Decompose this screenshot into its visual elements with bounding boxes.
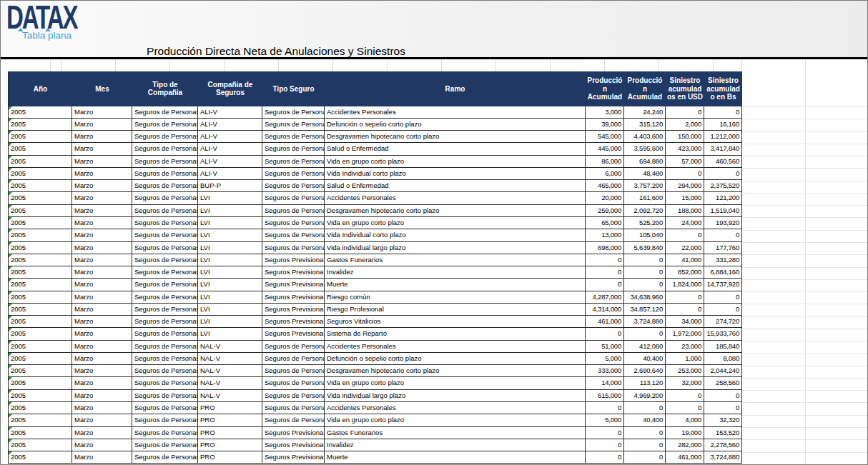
cell-compania_seguros[interactable]: LVI [198, 217, 262, 229]
cell-produccion_acumulada_2[interactable]: 0 [624, 402, 666, 414]
cell-tipo_compania[interactable]: Seguros de Personas [132, 205, 198, 217]
cell-tipo_seguro[interactable]: Seguros de Personas [262, 229, 325, 241]
cell-siniestros_usd[interactable]: 253,000 [666, 365, 704, 377]
cell-produccion_acumulada_1[interactable]: 65,000 [586, 217, 624, 229]
cell-ano[interactable]: 2005 [9, 217, 72, 229]
cell-ano[interactable]: 2005 [9, 242, 72, 254]
cell-produccion_acumulada_1[interactable]: 0 [586, 451, 624, 464]
cell-compania_seguros[interactable]: BUP-P [198, 180, 262, 192]
cell-tipo_seguro[interactable]: Seguros de Personas [262, 353, 325, 365]
cell-compania_seguros[interactable]: ALI-V [198, 143, 262, 155]
cell-ano[interactable]: 2005 [9, 316, 72, 328]
cell-compania_seguros[interactable]: ALI-V [198, 131, 262, 143]
cell-tipo_seguro[interactable]: Seguros de Personas [262, 143, 325, 155]
cell-ano[interactable]: 2005 [9, 106, 72, 119]
cell-compania_seguros[interactable]: PRO [198, 402, 262, 414]
column-header-ano[interactable]: Año [9, 71, 72, 106]
cell-mes[interactable]: Marzo [72, 131, 132, 143]
cell-ramo[interactable]: Vida Individual corto plazo [325, 229, 586, 241]
cell-ramo[interactable]: Invalidez [325, 439, 586, 451]
cell-ano[interactable]: 2005 [9, 168, 72, 180]
cell-siniestros_usd[interactable]: 1,972,000 [666, 328, 704, 340]
cell-ano[interactable]: 2005 [9, 205, 72, 217]
cell-produccion_acumulada_2[interactable]: 24,240 [624, 106, 666, 119]
cell-produccion_acumulada_2[interactable]: 4,969,200 [624, 390, 666, 402]
cell-produccion_acumulada_2[interactable]: 34,857,120 [624, 304, 666, 316]
cell-siniestros_usd[interactable]: 41,000 [666, 254, 704, 266]
cell-produccion_acumulada_2[interactable]: 315,120 [624, 119, 666, 131]
cell-ramo[interactable]: Sistema de Reparto [325, 328, 586, 340]
cell-mes[interactable]: Marzo [72, 439, 132, 451]
cell-ramo[interactable]: Vida individual largo plazo [325, 242, 586, 254]
cell-produccion_acumulada_1[interactable]: 0 [586, 254, 624, 266]
cell-tipo_compania[interactable]: Seguros de Personas [132, 316, 198, 328]
cell-siniestros_bs[interactable]: 121,200 [704, 192, 742, 204]
cell-ano[interactable]: 2005 [9, 192, 72, 204]
cell-produccion_acumulada_2[interactable]: 48,480 [624, 168, 666, 180]
cell-tipo_seguro[interactable]: Seguros Previsionales [262, 328, 325, 340]
cell-produccion_acumulada_2[interactable]: 5,639,840 [624, 242, 666, 254]
cell-produccion_acumulada_1[interactable]: 39,000 [586, 119, 624, 131]
cell-siniestros_bs[interactable]: 0 [704, 168, 742, 180]
cell-ramo[interactable]: Salud o Enfermedad [325, 143, 586, 155]
cell-compania_seguros[interactable]: LVI [198, 279, 262, 291]
cell-ano[interactable]: 2005 [9, 266, 72, 279]
cell-ano[interactable]: 2005 [9, 390, 72, 402]
cell-produccion_acumulada_1[interactable]: 465,000 [586, 180, 624, 192]
cell-tipo_compania[interactable]: Seguros de Personas [132, 254, 198, 266]
cell-compania_seguros[interactable]: LVI [198, 316, 262, 328]
cell-tipo_seguro[interactable]: Seguros de Personas [262, 365, 325, 377]
cell-ano[interactable]: 2005 [9, 353, 72, 365]
cell-compania_seguros[interactable]: LVI [198, 192, 262, 204]
cell-siniestros_usd[interactable]: 423,000 [666, 143, 704, 155]
cell-produccion_acumulada_1[interactable]: 0 [586, 427, 624, 439]
cell-tipo_compania[interactable]: Seguros de Personas [132, 414, 198, 426]
cell-ramo[interactable]: Vida en grupo corto plazo [325, 414, 586, 426]
cell-produccion_acumulada_1[interactable]: 4,314,000 [586, 304, 624, 316]
cell-tipo_seguro[interactable]: Seguros de Personas [262, 402, 325, 414]
cell-mes[interactable]: Marzo [72, 304, 132, 316]
cell-compania_seguros[interactable]: LVI [198, 205, 262, 217]
cell-compania_seguros[interactable]: PRO [198, 439, 262, 451]
cell-ramo[interactable]: Salud o Enfermedad [325, 180, 586, 192]
column-header-siniestros_bs[interactable]: Siniestro acumulad o en Bs [704, 71, 742, 106]
cell-siniestros_usd[interactable]: 19,000 [666, 427, 704, 439]
cell-ano[interactable]: 2005 [9, 119, 72, 131]
cell-ano[interactable]: 2005 [9, 427, 72, 439]
cell-siniestros_bs[interactable]: 153,520 [704, 427, 742, 439]
cell-siniestros_bs[interactable]: 0 [704, 106, 742, 119]
cell-mes[interactable]: Marzo [72, 328, 132, 340]
cell-compania_seguros[interactable]: PRO [198, 414, 262, 426]
cell-tipo_seguro[interactable]: Seguros de Personas [262, 341, 325, 353]
cell-produccion_acumulada_2[interactable]: 412,080 [624, 341, 666, 353]
cell-tipo_compania[interactable]: Seguros de Personas [132, 341, 198, 353]
cell-ano[interactable]: 2005 [9, 328, 72, 340]
cell-ramo[interactable]: Gastos Funerarios [325, 254, 586, 266]
cell-siniestros_usd[interactable]: 0 [666, 229, 704, 241]
cell-tipo_compania[interactable]: Seguros de Personas [132, 304, 198, 316]
cell-tipo_seguro[interactable]: Seguros de Personas [262, 180, 325, 192]
cell-tipo_seguro[interactable]: Seguros de Personas [262, 168, 325, 180]
cell-produccion_acumulada_1[interactable]: 0 [586, 279, 624, 291]
cell-ano[interactable]: 2005 [9, 180, 72, 192]
cell-siniestros_bs[interactable]: 3,724,880 [704, 451, 742, 464]
cell-compania_seguros[interactable]: LVI [198, 254, 262, 266]
cell-mes[interactable]: Marzo [72, 266, 132, 279]
cell-tipo_compania[interactable]: Seguros de Personas [132, 143, 198, 155]
cell-ramo[interactable]: Seguros Vitalicios [325, 316, 586, 328]
cell-tipo_seguro[interactable]: Seguros Previsionales [262, 291, 325, 304]
cell-tipo_seguro[interactable]: Seguros Previsionales [262, 316, 325, 328]
cell-tipo_seguro[interactable]: Seguros de Personas [262, 205, 325, 217]
cell-ramo[interactable]: Invalidez [325, 266, 586, 279]
cell-tipo_compania[interactable]: Seguros de Personas [132, 291, 198, 304]
cell-compania_seguros[interactable]: ALI-V [198, 168, 262, 180]
cell-ramo[interactable]: Riesgo común [325, 291, 586, 304]
cell-ano[interactable]: 2005 [9, 341, 72, 353]
cell-ano[interactable]: 2005 [9, 377, 72, 389]
cell-siniestros_usd[interactable]: 2,000 [666, 119, 704, 131]
cell-produccion_acumulada_2[interactable]: 2,690,640 [624, 365, 666, 377]
cell-produccion_acumulada_1[interactable]: 0 [586, 266, 624, 279]
cell-siniestros_bs[interactable]: 0 [704, 291, 742, 304]
cell-tipo_seguro[interactable]: Seguros Previsionales [262, 439, 325, 451]
cell-produccion_acumulada_1[interactable]: 3,000 [586, 106, 624, 119]
